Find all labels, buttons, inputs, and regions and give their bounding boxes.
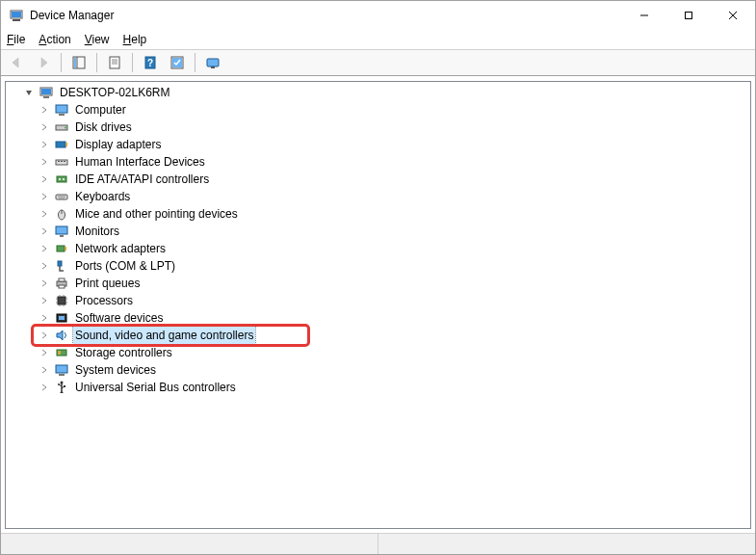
properties-button[interactable] bbox=[103, 51, 126, 74]
back-button[interactable] bbox=[5, 51, 28, 74]
tree-node-software-devices[interactable]: Software devices bbox=[6, 309, 750, 327]
tree-node-label: Keyboards bbox=[73, 188, 132, 205]
titlebar: Device Manager bbox=[1, 1, 755, 30]
window-title: Device Manager bbox=[30, 9, 114, 22]
port-icon bbox=[54, 258, 69, 274]
ide-controller-icon bbox=[54, 172, 69, 187]
svg-rect-2 bbox=[12, 12, 21, 17]
tree-node-mice[interactable]: Mice and other pointing devices bbox=[6, 205, 750, 223]
show-hide-console-tree-button[interactable] bbox=[67, 51, 91, 74]
chevron-right-icon[interactable] bbox=[37, 293, 52, 308]
tree-node-ide[interactable]: IDE ATA/ATAPI controllers bbox=[6, 171, 750, 188]
tree-root-label: DESKTOP-02LK6RM bbox=[58, 84, 172, 101]
usb-icon bbox=[54, 380, 69, 395]
tree-node-label: Processors bbox=[73, 292, 135, 309]
svg-rect-21 bbox=[41, 89, 51, 94]
statusbar bbox=[1, 533, 755, 554]
tree-node-ports[interactable]: Ports (COM & LPT) bbox=[6, 257, 750, 275]
svg-rect-4 bbox=[686, 13, 692, 19]
tree-node-disk-drives[interactable]: Disk drives bbox=[6, 119, 750, 136]
tree-node-label: Mice and other pointing devices bbox=[73, 205, 240, 223]
svg-rect-27 bbox=[56, 142, 65, 147]
chevron-right-icon[interactable] bbox=[37, 328, 52, 343]
statusbar-pane bbox=[1, 534, 378, 554]
svg-rect-49 bbox=[58, 297, 65, 304]
mouse-icon bbox=[54, 206, 69, 222]
chevron-right-icon[interactable] bbox=[37, 172, 52, 187]
svg-rect-44 bbox=[65, 247, 66, 251]
tree-node-label: Sound, video and game controllers bbox=[73, 327, 255, 344]
minimize-button[interactable] bbox=[622, 1, 666, 30]
window-controls bbox=[622, 1, 755, 30]
svg-rect-31 bbox=[61, 161, 63, 162]
keyboard-icon bbox=[54, 189, 69, 204]
chevron-right-icon[interactable] bbox=[37, 241, 52, 256]
chevron-right-icon[interactable] bbox=[37, 224, 52, 239]
toolbar-separator bbox=[96, 53, 97, 72]
tree-node-computer[interactable]: Computer bbox=[6, 101, 750, 119]
svg-rect-59 bbox=[59, 316, 65, 320]
menu-file[interactable]: File bbox=[7, 33, 25, 46]
close-button[interactable] bbox=[711, 1, 755, 30]
menu-help[interactable]: Help bbox=[123, 33, 147, 46]
computer-icon bbox=[39, 85, 54, 100]
tree-node-processors[interactable]: Processors bbox=[6, 292, 750, 309]
tree-node-label: Universal Serial Bus controllers bbox=[73, 379, 238, 396]
chevron-right-icon[interactable] bbox=[37, 310, 52, 326]
show-hidden-devices-button[interactable] bbox=[201, 51, 224, 74]
chevron-right-icon[interactable] bbox=[37, 345, 52, 360]
chevron-down-icon[interactable] bbox=[21, 85, 37, 100]
tree-node-storage[interactable]: Storage controllers bbox=[6, 344, 750, 361]
tree-root[interactable]: DESKTOP-02LK6RM bbox=[6, 84, 750, 101]
chevron-right-icon[interactable] bbox=[37, 380, 52, 395]
svg-rect-9 bbox=[74, 58, 76, 67]
tree-node-system-devices[interactable]: System devices bbox=[6, 361, 750, 379]
chevron-right-icon[interactable] bbox=[37, 206, 52, 222]
svg-text:?: ? bbox=[147, 58, 153, 68]
svg-rect-42 bbox=[60, 235, 64, 237]
svg-rect-10 bbox=[110, 57, 119, 68]
tree-node-label: Human Interface Devices bbox=[73, 153, 207, 171]
tree-node-display-adapters[interactable]: Display adapters bbox=[6, 136, 750, 153]
chevron-right-icon[interactable] bbox=[37, 276, 52, 291]
help-button[interactable]: ? bbox=[139, 51, 162, 74]
tree-node-label: Computer bbox=[73, 101, 128, 119]
tree-node-print-queues[interactable]: Print queues bbox=[6, 275, 750, 292]
svg-rect-62 bbox=[56, 365, 67, 373]
printer-icon bbox=[54, 276, 69, 291]
chevron-right-icon[interactable] bbox=[37, 137, 52, 152]
monitor-icon bbox=[54, 224, 69, 239]
tree-node-sound[interactable]: Sound, video and game controllers bbox=[6, 327, 750, 344]
menu-view[interactable]: View bbox=[85, 33, 110, 46]
tree-container: DESKTOP-02LK6RM Computer Disk drives D bbox=[5, 81, 751, 529]
menu-action[interactable]: Action bbox=[39, 33, 70, 46]
processor-icon bbox=[54, 293, 69, 308]
forward-button[interactable] bbox=[32, 51, 55, 74]
scan-hardware-button[interactable] bbox=[166, 51, 189, 74]
svg-rect-67 bbox=[64, 385, 65, 387]
maximize-button[interactable] bbox=[666, 1, 711, 30]
network-adapter-icon bbox=[54, 241, 69, 256]
chevron-right-icon[interactable] bbox=[37, 154, 52, 170]
chevron-right-icon[interactable] bbox=[37, 119, 52, 135]
chevron-right-icon[interactable] bbox=[37, 258, 52, 274]
svg-point-66 bbox=[58, 383, 60, 385]
chevron-right-icon[interactable] bbox=[37, 189, 52, 204]
device-manager-window: Device Manager File Action View Help bbox=[0, 0, 756, 555]
storage-controller-icon bbox=[54, 345, 69, 360]
svg-rect-1 bbox=[13, 19, 20, 21]
chevron-right-icon[interactable] bbox=[37, 362, 52, 378]
svg-rect-41 bbox=[56, 226, 67, 234]
tree-node-hid[interactable]: Human Interface Devices bbox=[6, 153, 750, 171]
svg-rect-33 bbox=[57, 176, 66, 182]
disk-drive-icon bbox=[54, 119, 69, 135]
tree-node-keyboards[interactable]: Keyboards bbox=[6, 188, 750, 205]
svg-rect-19 bbox=[211, 66, 215, 68]
tree-node-label: System devices bbox=[73, 361, 158, 379]
chevron-right-icon[interactable] bbox=[37, 102, 52, 118]
tree-node-monitors[interactable]: Monitors bbox=[6, 223, 750, 240]
sound-icon bbox=[54, 328, 69, 343]
tree-node-network[interactable]: Network adapters bbox=[6, 240, 750, 257]
tree-node-usb[interactable]: Universal Serial Bus controllers bbox=[6, 379, 750, 396]
tree-node-label: Monitors bbox=[73, 223, 121, 240]
